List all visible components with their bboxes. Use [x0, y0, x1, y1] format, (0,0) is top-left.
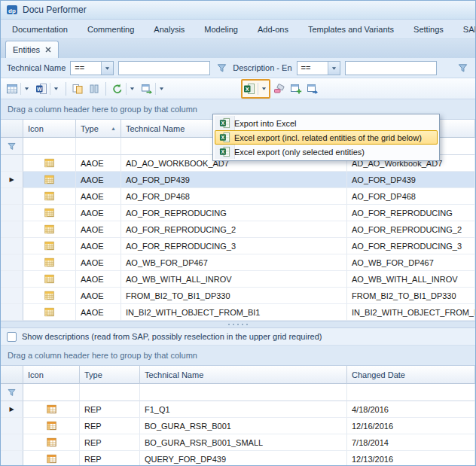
show-descriptions-checkbox[interactable] [7, 332, 17, 342]
row-icon-cell [23, 254, 76, 271]
operator-value: == [71, 62, 101, 75]
row-indicator [1, 304, 23, 321]
filter-cell[interactable] [76, 138, 121, 155]
menu-item-analysis[interactable]: Analysis [144, 22, 194, 37]
workbook-icon [44, 273, 55, 285]
table-link-button[interactable] [139, 80, 167, 98]
column-header-type[interactable]: Type▲ [76, 120, 121, 138]
cell-technical-name: BO_GURA_RSR_B001_SMALL [140, 434, 347, 451]
column-header-label: Icon [28, 370, 44, 379]
table-row[interactable]: REPQUERY_FOR_DP43912/13/2016 [1, 451, 475, 466]
row-indicator [1, 254, 23, 271]
refresh-icon [111, 83, 124, 95]
filter-funnel-icon[interactable] [456, 61, 469, 75]
menu-item-excel-export-only-selected-entities-[interactable]: XExcel export (only selected entities) [215, 145, 438, 159]
cell-description: AO_WB_FOR_DP467 [347, 254, 475, 271]
filter-cell[interactable] [140, 384, 347, 401]
table-row[interactable]: AAOEAO_FOR_DP468AO_FOR_DP468 [1, 188, 475, 205]
menu-item-modeling[interactable]: Modeling [194, 22, 248, 37]
table-forward-button[interactable] [305, 80, 320, 98]
app-icon: dp [6, 4, 18, 16]
row-icon-cell [23, 288, 76, 304]
cell-description: AO_FOR_REPRODUCING [347, 205, 475, 221]
menu-item-sap-i[interactable]: SAP I [453, 22, 475, 37]
row-indicator-header [1, 366, 23, 384]
row-indicator [1, 434, 23, 451]
chevron-down-icon[interactable] [328, 62, 340, 75]
cell-changed-date: 7/18/2014 [347, 434, 475, 451]
menu-item-export-into-excel[interactable]: XExport into Excel [215, 116, 438, 130]
excel-export-button[interactable]: X [241, 79, 270, 99]
menu-item-templates-and-variants[interactable]: Templates and Variants [298, 22, 404, 37]
column-header-type[interactable]: Type [80, 366, 140, 384]
table-row[interactable]: AAOEAO_FOR_REPRODUCING_2AO_FOR_REPRODUCI… [1, 221, 475, 238]
table-row[interactable]: AAOEAO_FOR_REPRODUCING_3AO_FOR_REPRODUCI… [1, 238, 475, 254]
menu-bar: DocumentationCommentingAnalysisModelingA… [1, 20, 475, 39]
row-icon-cell [23, 188, 76, 205]
close-icon[interactable] [45, 47, 51, 53]
table-row[interactable]: AAOEAO_FOR_REPRODUCINGAO_FOR_REPRODUCING [1, 205, 475, 221]
menu-item-documentation[interactable]: Documentation [2, 22, 78, 37]
show-descriptions-row: Show descriptions (read from SAP, possib… [1, 328, 475, 346]
row-icon-cell [23, 172, 76, 188]
column-header-icon[interactable]: Icon [23, 366, 80, 384]
menu-item-add-ons[interactable]: Add-ons [248, 22, 298, 37]
description-filter-input[interactable] [345, 61, 437, 75]
column-header-changed-date[interactable]: Changed Date [347, 366, 475, 384]
technical-name-operator-select[interactable]: == [70, 61, 114, 75]
compare-documents-icon [72, 83, 84, 95]
table-row[interactable]: ▶AAOEAO_FOR_DP439AO_FOR_DP439 [1, 172, 475, 188]
workbook-icon [44, 224, 55, 235]
chevron-down-icon [155, 83, 166, 95]
table-row[interactable]: AAOEFROM_BI2_TO_BI1_DP330FROM_BI2_TO_BI1… [1, 288, 475, 304]
compare-documents-button[interactable] [70, 80, 85, 98]
column-header-technical-name[interactable]: Technical Name [140, 366, 347, 384]
filter-row-indicator [1, 384, 23, 401]
filter-cell[interactable] [23, 384, 80, 401]
table-row[interactable]: AAOEIN_BI2_WITH_OBJECT_FROM_BI1IN_BI2_WI… [1, 304, 475, 321]
table-add-button[interactable] [288, 80, 304, 98]
word-document-icon: W [35, 83, 47, 95]
chevron-down-icon [126, 83, 136, 95]
menu-item-label: Excel export (incl. related entities of … [234, 133, 422, 142]
cell-type: AAOE [76, 221, 121, 238]
sort-ascending-icon: ▲ [111, 126, 116, 131]
cell-changed-date: 12/13/2016 [347, 451, 475, 466]
column-header-label: Icon [28, 124, 44, 133]
menu-item-commenting[interactable]: Commenting [78, 22, 144, 37]
window-title: Docu Performer [23, 5, 87, 15]
tab-entities[interactable]: Entities [5, 41, 59, 58]
menu-item-settings[interactable]: Settings [404, 22, 453, 37]
table-row[interactable]: ▶REPF1_Q14/18/2016 [1, 401, 475, 418]
cell-type: AAOE [76, 288, 121, 304]
eraser-button[interactable] [272, 80, 287, 98]
row-indicator-header [1, 120, 23, 138]
excel-export-menu: XExport into ExcelXExcel export (incl. r… [212, 114, 440, 161]
description-operator-select[interactable]: == [297, 61, 340, 75]
filter-cell[interactable] [347, 384, 475, 401]
filter-cell[interactable] [23, 138, 76, 155]
table-row[interactable]: AAOEAO_WB_WITH_ALL_INROVAO_WB_WITH_ALL_I… [1, 271, 475, 288]
cell-description: IN_BI2_WITH_OBJECT_FROM_BI1 [347, 304, 475, 321]
column-header-icon[interactable]: Icon [23, 120, 76, 138]
cell-type: REP [80, 434, 140, 451]
table-row[interactable]: REPBO_GURA_RSR_B00112/16/2016 [1, 418, 475, 434]
technical-name-filter-input[interactable] [118, 61, 210, 75]
grid-document-button[interactable] [5, 80, 32, 98]
report-icon [46, 453, 57, 464]
chevron-down-icon[interactable] [101, 62, 113, 75]
filter-funnel-icon[interactable] [215, 61, 228, 75]
cell-type: AAOE [76, 188, 121, 205]
word-document-button[interactable]: W [34, 80, 62, 98]
grid-splitter[interactable] [1, 321, 475, 328]
excel-export-icon: X [219, 132, 230, 143]
row-indicator [1, 205, 23, 221]
table-row[interactable]: AAOEAO_WB_FOR_DP467AO_WB_FOR_DP467 [1, 254, 475, 271]
menu-item-excel-export-incl-related-entities-of-the-grid-below-[interactable]: XExcel export (incl. related entities of… [215, 130, 438, 145]
cell-technical-name: AO_FOR_REPRODUCING_2 [121, 221, 347, 238]
refresh-button[interactable] [110, 80, 138, 98]
row-icon-cell [23, 238, 76, 254]
table-row[interactable]: REPBO_GURA_RSR_B001_SMALL7/18/2014 [1, 434, 475, 451]
columns-button[interactable] [87, 80, 102, 98]
filter-cell[interactable] [80, 384, 140, 401]
